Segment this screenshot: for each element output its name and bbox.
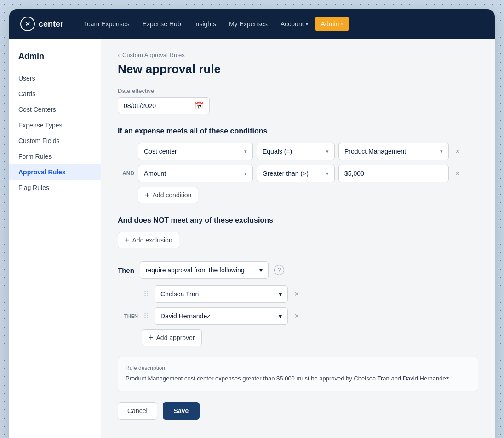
then-action-select[interactable]: require approval from the following ▾ bbox=[140, 261, 269, 279]
condition-row-2: AND Amount ▾ Greater than (>) ▾ $5,000 × bbox=[118, 165, 478, 182]
logo[interactable]: ✕ center bbox=[20, 17, 63, 31]
remove-approver-2[interactable]: × bbox=[292, 311, 302, 321]
drag-handle-1[interactable]: ⠿ bbox=[142, 290, 151, 299]
remove-condition-2[interactable]: × bbox=[452, 168, 463, 179]
nav-links: Team Expenses Expense Hub Insights My Ex… bbox=[78, 17, 484, 31]
top-navigation: ✕ center Team Expenses Expense Hub Insig… bbox=[9, 9, 495, 39]
conditions-title: If an expense meets all of these conditi… bbox=[118, 127, 478, 135]
rule-description-text: Product Management cost center expenses … bbox=[126, 374, 470, 383]
drag-handle-2[interactable]: ⠿ bbox=[142, 312, 151, 321]
exclusions-section: And does NOT meet any of these exclusion… bbox=[118, 216, 478, 248]
nav-admin[interactable]: Admin ▾ bbox=[315, 17, 349, 31]
conditions-section: If an expense meets all of these conditi… bbox=[118, 127, 478, 203]
add-exclusion-plus-icon: + bbox=[125, 236, 130, 244]
approver-rows: ⠿ Chelsea Tran ▾ × THEN ⠿ David Hernande… bbox=[118, 285, 478, 346]
sidebar-title: Admin bbox=[9, 52, 101, 70]
sidebar-item-approval-rules[interactable]: Approval Rules bbox=[9, 164, 101, 180]
main-content: ‹ Custom Approval Rules New approval rul… bbox=[101, 39, 495, 438]
sidebar-item-cost-centers[interactable]: Cost Centers bbox=[9, 102, 101, 117]
sidebar: Admin Users Cards Cost Centers Expense T… bbox=[9, 39, 101, 438]
condition-operator-1[interactable]: Equals (=) ▾ bbox=[257, 143, 335, 160]
logo-text: center bbox=[39, 19, 63, 29]
then-sub-label-2: THEN bbox=[118, 313, 138, 319]
add-condition-button[interactable]: + Add condition bbox=[138, 187, 198, 203]
then-row: Then require approval from the following… bbox=[118, 261, 478, 279]
condition-value-1[interactable]: Product Management ▾ bbox=[338, 143, 449, 160]
add-exclusion-button[interactable]: + Add exclusion bbox=[118, 232, 179, 248]
breadcrumb: ‹ Custom Approval Rules bbox=[118, 52, 478, 58]
breadcrumb-parent[interactable]: Custom Approval Rules bbox=[122, 52, 185, 58]
remove-condition-1[interactable]: × bbox=[452, 146, 463, 156]
rule-description-label: Rule description bbox=[126, 365, 470, 371]
account-caret-icon: ▾ bbox=[306, 22, 308, 27]
condition-field-1[interactable]: Cost center ▾ bbox=[138, 143, 253, 160]
condition-operator-caret-1: ▾ bbox=[326, 149, 329, 155]
condition-value-caret-1: ▾ bbox=[440, 149, 443, 155]
condition-operator-caret-2: ▾ bbox=[326, 171, 329, 177]
add-approver-button[interactable]: + Add approver bbox=[142, 329, 202, 346]
remove-approver-1[interactable]: × bbox=[292, 289, 302, 299]
nav-my-expenses[interactable]: My Expenses bbox=[223, 17, 273, 31]
sidebar-item-users[interactable]: Users bbox=[9, 70, 101, 86]
condition-field-caret-1: ▾ bbox=[244, 149, 247, 155]
approver-caret-1: ▾ bbox=[279, 290, 282, 298]
and-label-2: AND bbox=[118, 170, 134, 177]
breadcrumb-chevron-icon: ‹ bbox=[118, 52, 120, 58]
date-input[interactable]: 08/01/2020 📅 bbox=[118, 97, 210, 114]
body-layout: Admin Users Cards Cost Centers Expense T… bbox=[9, 39, 495, 438]
cancel-button[interactable]: Cancel bbox=[118, 402, 157, 420]
approver-select-1[interactable]: Chelsea Tran ▾ bbox=[155, 285, 288, 303]
nav-team-expenses[interactable]: Team Expenses bbox=[78, 17, 135, 31]
rule-description-section: Rule description Product Management cost… bbox=[118, 357, 478, 391]
nav-expense-hub[interactable]: Expense Hub bbox=[137, 17, 187, 31]
sidebar-item-expense-types[interactable]: Expense Types bbox=[9, 117, 101, 133]
sidebar-item-flag-rules[interactable]: Flag Rules bbox=[9, 180, 101, 196]
admin-caret-icon: ▾ bbox=[341, 22, 343, 27]
then-section: Then require approval from the following… bbox=[118, 261, 478, 346]
help-icon[interactable]: ? bbox=[274, 265, 284, 275]
sidebar-item-cards[interactable]: Cards bbox=[9, 86, 101, 102]
date-effective-field: Date effective 08/01/2020 📅 bbox=[118, 87, 478, 114]
condition-operator-2[interactable]: Greater than (>) ▾ bbox=[257, 165, 335, 182]
date-effective-label: Date effective bbox=[118, 87, 478, 94]
nav-insights[interactable]: Insights bbox=[189, 17, 222, 31]
date-input-value: 08/01/2020 bbox=[124, 102, 156, 110]
sidebar-item-custom-fields[interactable]: Custom Fields bbox=[9, 133, 101, 149]
approver-row-1: ⠿ Chelsea Tran ▾ × bbox=[118, 285, 478, 303]
save-button[interactable]: Save bbox=[163, 402, 200, 420]
add-approver-plus-icon: + bbox=[149, 334, 154, 342]
logo-icon: ✕ bbox=[20, 17, 35, 31]
condition-row-1: Cost center ▾ Equals (=) ▾ Product Manag… bbox=[118, 143, 478, 160]
then-label: Then bbox=[118, 266, 134, 274]
approver-caret-2: ▾ bbox=[279, 312, 282, 320]
sidebar-item-form-rules[interactable]: Form Rules bbox=[9, 149, 101, 164]
add-condition-plus-icon: + bbox=[145, 191, 150, 199]
calendar-icon: 📅 bbox=[195, 101, 204, 110]
condition-value-2[interactable]: $5,000 bbox=[338, 165, 449, 182]
nav-account[interactable]: Account ▾ bbox=[275, 17, 314, 31]
then-action-caret-icon: ▾ bbox=[259, 266, 263, 274]
condition-field-caret-2: ▾ bbox=[244, 171, 247, 177]
condition-field-2[interactable]: Amount ▾ bbox=[138, 165, 253, 182]
page-title: New approval rule bbox=[118, 62, 478, 76]
form-actions: Cancel Save bbox=[118, 402, 478, 420]
exclusions-title: And does NOT meet any of these exclusion… bbox=[118, 216, 478, 225]
approver-select-2[interactable]: David Hernandez ▾ bbox=[155, 307, 288, 325]
approver-row-2: THEN ⠿ David Hernandez ▾ × bbox=[118, 307, 478, 325]
